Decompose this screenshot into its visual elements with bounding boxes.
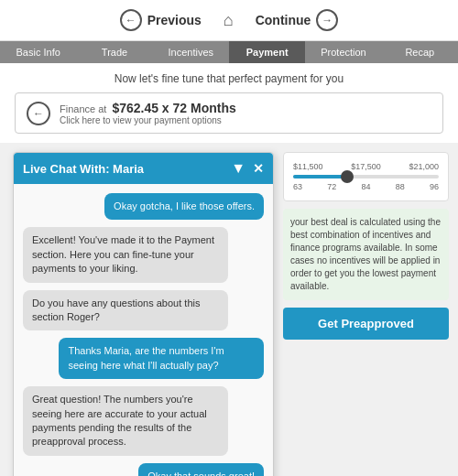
finance-info: Finance at $762.45 x 72 Months Click her…: [60, 101, 236, 125]
chat-header-title-area: Live Chat With: Maria: [23, 162, 144, 176]
slider-label-mid: $17,500: [351, 162, 381, 171]
right-panel: $11,500 $17,500 $21,000 63 72 84 88 96 y…: [283, 143, 458, 476]
slider-months-63: 63: [293, 182, 302, 191]
slider-thumb[interactable]: [341, 170, 354, 183]
top-navigation: ← Previous ⌂ Continue →: [0, 0, 458, 41]
previous-label: Previous: [147, 13, 202, 27]
chat-message-6: Okay that sounds great!: [138, 463, 264, 476]
slider-track[interactable]: [293, 175, 439, 178]
tab-trade[interactable]: Trade: [76, 41, 152, 63]
chat-header: Live Chat With: Maria ▼ ✕: [14, 153, 273, 184]
chat-message-4: Thanks Maria, are the numbers I'm seeing…: [59, 338, 264, 379]
tab-basic-info[interactable]: Basic Info: [0, 41, 76, 63]
finance-bar[interactable]: ← Finance at $762.45 x 72 Months Click h…: [15, 92, 443, 134]
tab-incentives[interactable]: Incentives: [153, 41, 229, 63]
tab-recap[interactable]: Recap: [382, 41, 458, 63]
finance-label: Finance at: [60, 103, 106, 114]
main-content: Now let's fine tune that perfect payment…: [0, 63, 458, 143]
chat-message-1: Okay gotcha, I like those offers.: [104, 193, 264, 220]
slider-top-labels: $11,500 $17,500 $21,000: [293, 162, 439, 171]
chat-message-2: Excellent! You've made it to the Payment…: [23, 227, 228, 282]
chat-message-3: Do you have any questions about this sec…: [23, 290, 228, 331]
previous-arrow-icon: ←: [120, 9, 142, 31]
previous-button[interactable]: ← Previous: [120, 9, 202, 31]
slider-months-88: 88: [396, 182, 405, 191]
finance-amount: $762.45 x 72 Months: [112, 101, 235, 115]
home-icon[interactable]: ⌂: [224, 11, 234, 30]
tab-protection[interactable]: Protection: [305, 41, 381, 63]
chat-panel: Live Chat With: Maria ▼ ✕ Okay gotcha, I…: [13, 152, 274, 476]
finance-link: Click here to view your payment options: [60, 115, 236, 125]
slider-label-left: $11,500: [293, 162, 323, 171]
step-tabs: Basic Info Trade Incentives Payment Prot…: [0, 41, 458, 63]
slider-bottom-labels: 63 72 84 88 96: [293, 182, 439, 191]
continue-button[interactable]: Continue →: [256, 9, 339, 31]
slider-label-right: $21,000: [409, 162, 439, 171]
continue-arrow-icon: →: [316, 9, 338, 31]
slider-section: $11,500 $17,500 $21,000 63 72 84 88 96: [283, 152, 449, 201]
continue-label: Continue: [256, 13, 311, 27]
chat-message-5: Great question! The numbers you're seein…: [23, 386, 228, 456]
chat-title: Live Chat With: Maria: [23, 162, 144, 176]
finance-back-icon: ←: [27, 102, 50, 125]
chat-messages: Okay gotcha, I like those offers. Excell…: [14, 184, 273, 476]
chat-close-icon[interactable]: ✕: [253, 161, 264, 176]
slider-fill: [293, 175, 344, 178]
slider-months-96: 96: [430, 182, 439, 191]
slider-months-72: 72: [327, 182, 336, 191]
content-area: Live Chat With: Maria ▼ ✕ Okay gotcha, I…: [0, 143, 458, 476]
tab-payment[interactable]: Payment: [229, 41, 305, 63]
preapprove-button[interactable]: Get Preapproved: [283, 308, 449, 340]
chat-header-controls: ▼ ✕: [231, 160, 264, 177]
fine-tune-text: Now let's fine tune that perfect payment…: [15, 72, 443, 85]
info-text: your best deal is calculated using the b…: [283, 209, 449, 300]
slider-months-84: 84: [361, 182, 370, 191]
chat-minimize-icon[interactable]: ▼: [231, 160, 245, 177]
